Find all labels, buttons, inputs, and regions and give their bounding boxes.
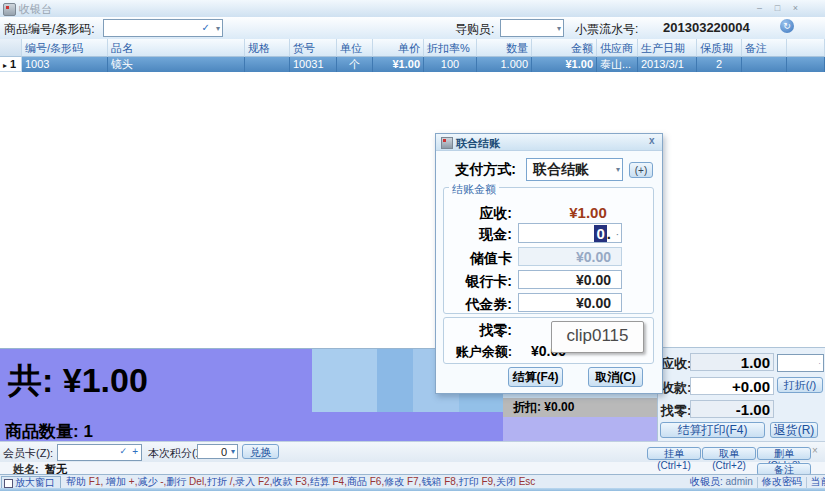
discount-button[interactable]: 打折(/) <box>777 377 823 393</box>
check-icon: ✓ <box>119 446 127 456</box>
grid-header-itemno[interactable]: 货号 <box>290 39 337 57</box>
payment-type-select[interactable]: · <box>777 354 824 372</box>
grid-header-filler <box>787 39 825 57</box>
cash-input[interactable]: 0. · <box>518 223 622 243</box>
return-button[interactable]: 退货(R) <box>770 422 818 438</box>
cell-price[interactable]: ¥1.00 <box>373 57 424 72</box>
voucher-label: 代金券: <box>450 296 512 314</box>
voucher-input[interactable]: ¥0.00 <box>518 293 622 312</box>
status-bar: 放大窗口 帮助 F1, 增加 +,减少 -,删行 Del,打折 /,录入 F2,… <box>0 474 825 489</box>
cell-remark[interactable] <box>742 57 787 72</box>
cash-label: 现金: <box>450 226 512 244</box>
item-code-label: 商品编号/条形码: <box>4 21 95 38</box>
dlg-change-label: 找零: <box>450 322 512 340</box>
grid-header-price[interactable]: 单价 <box>373 39 424 57</box>
row-selector[interactable]: ▸ 1 <box>0 57 22 72</box>
receivable-label: 应收: <box>661 355 691 373</box>
received-input[interactable]: +0.00 <box>690 377 774 395</box>
combined-checkout-dialog: 联合结账 x 支付方式: 联合结账 ▾ (+) 结账金额 应收: ¥1.00 现… <box>435 133 663 394</box>
chevron-down-icon[interactable]: · <box>616 230 619 239</box>
guide-select[interactable]: ▾ <box>500 19 564 37</box>
grid-header-proddate[interactable]: 生产日期 <box>638 39 697 57</box>
cashier-label: 收银员: <box>690 476 723 487</box>
minimize-icon[interactable]: – <box>753 3 766 14</box>
tooltip: clip0115 <box>551 321 644 353</box>
payment-method-label: 支付方式: <box>446 161 516 179</box>
receipt-number: 201303220004 <box>663 20 750 35</box>
chevron-down-icon[interactable]: ▾ <box>216 24 220 33</box>
grid-header-name[interactable]: 品名 <box>108 39 245 57</box>
grand-total: 共: ¥1.00 <box>8 358 148 404</box>
dialog-close-icon[interactable]: x <box>649 135 655 146</box>
row-index: 1 <box>10 58 16 70</box>
delete-order-button[interactable]: 删单(Ctrl+3) <box>757 447 811 460</box>
purple-strip <box>503 417 657 441</box>
exchange-button[interactable]: 兑换(C) <box>242 444 279 459</box>
cell-shelf[interactable]: 2 <box>697 57 742 72</box>
name-bar <box>0 462 825 474</box>
grid-header-qty[interactable]: 数量 <box>477 39 532 57</box>
dialog-title-bar[interactable]: 联合结账 x <box>436 134 662 151</box>
retrieve-order-button[interactable]: 取单(Ctrl+2) <box>702 447 756 460</box>
checkbox-icon[interactable] <box>4 479 13 488</box>
amount-group-title: 结账金额 <box>449 182 499 197</box>
grand-total-label: 共: <box>8 361 53 399</box>
member-card-label: 会员卡(Z): <box>3 446 53 461</box>
grid-header-unit[interactable]: 单位 <box>337 39 373 57</box>
cell-qty[interactable]: 1.000 <box>477 57 532 72</box>
cell-discount[interactable]: 100 <box>424 57 477 72</box>
title-bar: 收银台 – □ × <box>0 0 825 18</box>
member-card-input[interactable]: ✓ + <box>57 444 142 461</box>
window-title: 收银台 <box>19 2 52 17</box>
maximize-icon[interactable]: □ <box>771 3 784 14</box>
plus-icon[interactable]: + <box>132 446 138 457</box>
grid-header-remark[interactable]: 备注 <box>742 39 787 57</box>
chevron-down-icon[interactable]: ▾ <box>231 447 235 456</box>
close-icon[interactable]: × <box>812 445 818 456</box>
grid-header-supplier[interactable]: 供应商 <box>597 39 638 57</box>
toolbar: 商品编号/条形码: ✓ ▾ 导购员: ▾ 小票流水号: 201303220004… <box>0 17 825 40</box>
add-payment-button[interactable]: (+) <box>629 162 653 178</box>
cell-supplier[interactable]: 泰山... <box>597 57 638 72</box>
settle-button[interactable]: 结算(F4) <box>508 367 563 387</box>
app-icon <box>3 3 16 16</box>
chevron-down-icon[interactable]: ▾ <box>557 24 561 33</box>
grid-header-code[interactable]: 编号/条形码 <box>22 39 108 57</box>
chevron-down-icon[interactable]: ▾ <box>616 165 620 174</box>
grand-total-value: ¥1.00 <box>63 361 148 399</box>
discount-value: ¥0.00 <box>544 400 574 414</box>
grid-header-amount[interactable]: 金额 <box>532 39 597 57</box>
grid-header-selector <box>0 39 22 57</box>
payment-method-select[interactable]: 联合结账 <box>526 158 623 181</box>
settle-print-button[interactable]: 结算打印(F4) <box>660 422 765 438</box>
cell-spec[interactable] <box>245 57 290 72</box>
cancel-button[interactable]: 取消(C) <box>588 367 643 387</box>
dlg-receivable-label: 应收: <box>450 205 512 223</box>
guide-label: 导购员: <box>455 21 494 38</box>
received-label: 收款: <box>661 379 691 397</box>
cell-name[interactable]: 镜头 <box>108 57 245 72</box>
refresh-icon[interactable]: ↻ <box>780 19 794 33</box>
cell-itemno[interactable]: 10031 <box>290 57 337 72</box>
change-password-link[interactable]: 修改密码 <box>762 476 802 487</box>
bank-card-input[interactable]: ¥0.00 <box>518 270 622 289</box>
cell-unit[interactable]: 个 <box>337 57 373 72</box>
item-count-value: 1 <box>83 422 92 441</box>
cell-code[interactable]: 1003 <box>22 57 108 72</box>
change-label: 找零: <box>661 402 691 420</box>
close-icon[interactable]: × <box>789 3 802 14</box>
grid-header-shelf[interactable]: 保质期 <box>697 39 742 57</box>
grid-header-discount[interactable]: 折扣率% <box>424 39 477 57</box>
cell-amount[interactable]: ¥1.00 <box>532 57 597 72</box>
item-code-input[interactable]: ✓ ▾ <box>103 19 223 37</box>
dlg-receivable-value: ¥1.00 <box>556 204 620 221</box>
change-field: -1.00 <box>690 400 774 418</box>
cell-proddate[interactable]: 2013/3/1 <box>638 57 697 72</box>
status-right: 收银员: admin修改密码当前库存:75 <box>690 475 825 489</box>
cell-filler <box>787 57 825 72</box>
hold-order-button[interactable]: 挂单(Ctrl+1) <box>647 447 701 460</box>
item-count-label: 商品数量: <box>5 422 79 441</box>
grid-header-spec[interactable]: 规格 <box>245 39 290 57</box>
cash-selected-text: 0 <box>594 225 606 242</box>
chevron-down-icon[interactable]: · <box>818 359 821 368</box>
